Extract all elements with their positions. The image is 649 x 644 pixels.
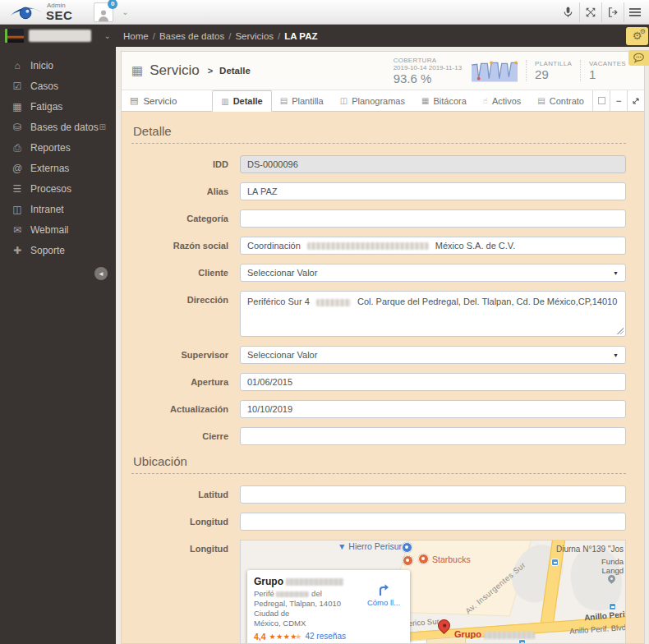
sidebar-item-fatigas[interactable]: ▦ Fatigas: [0, 96, 116, 117]
actualizacion-label: Actualización: [131, 404, 228, 414]
envelope-icon: ✉: [10, 224, 25, 236]
transit-station-icon[interactable]: [551, 559, 559, 566]
sidebar-item-externas[interactable]: @ Externas: [0, 158, 116, 178]
panel-list-icon: ▤: [130, 95, 138, 106]
tab-plantilla[interactable]: ▤ Plantilla: [272, 90, 332, 111]
google-map[interactable]: ▼ Hierro Perisur Starbucks Av. Insurgent…: [240, 540, 626, 643]
sidebar-user[interactable]: ⌄: [0, 25, 116, 47]
sidebar-item-inicio[interactable]: ⌂ Inicio: [0, 55, 116, 76]
vacantes-label: VACANTES: [589, 60, 626, 67]
panel-minimize-button[interactable]: −: [610, 90, 627, 111]
tab-bitacora[interactable]: ▦ Bitácora: [413, 90, 475, 111]
map-label-starbucks: Starbucks: [432, 554, 471, 564]
latitud-label: Latitud: [131, 490, 228, 499]
transit-station-icon[interactable]: [518, 639, 526, 643]
resize-grip[interactable]: [617, 328, 624, 334]
plantilla-label: PLANTILLA: [535, 60, 572, 67]
redacted-text: [276, 591, 309, 597]
map-marker-triangle-icon: ▼: [338, 541, 346, 551]
breadcrumb-home[interactable]: Home: [123, 31, 149, 41]
database-icon: ⛁: [10, 122, 25, 133]
sidebar-item-procesos[interactable]: ☰ Procesos: [0, 178, 116, 199]
cierre-field[interactable]: [240, 427, 626, 445]
mapa-label: Longitud: [131, 544, 228, 554]
empty-square-icon: [598, 97, 605, 104]
settings-button[interactable]: ⚙ ⚙: [626, 27, 648, 45]
map-directions-button[interactable]: Cómo ll...: [366, 582, 402, 607]
columns-icon: ◫: [10, 204, 25, 215]
direccion-textarea[interactable]: Periférico Sur 4 Col. Parque del Pedrega…: [240, 291, 626, 337]
fullscreen-button[interactable]: [579, 2, 601, 22]
categoria-field[interactable]: [240, 209, 626, 228]
list-icon: ☰: [10, 183, 25, 195]
user-menu-caret-icon[interactable]: ⌄: [122, 7, 128, 16]
panel-expand-button[interactable]: [627, 90, 644, 111]
cliente-select[interactable]: Seleccionar Valor ▼: [240, 264, 626, 282]
sidebar-item-label: Bases de datos: [30, 122, 99, 133]
sign-out-button[interactable]: [601, 2, 624, 22]
star-rating-icon: ★★★★★: [269, 632, 302, 641]
at-icon: @: [10, 163, 25, 174]
breadcrumb-bases-de-datos[interactable]: Bases de datos: [159, 31, 224, 41]
sidebar-item-label: Reportes: [30, 142, 71, 154]
tab-label: Activos: [492, 96, 521, 106]
tab-label: Plantilla: [292, 96, 324, 106]
tab-contrato[interactable]: ▤ Contrato: [529, 90, 592, 111]
sidebar-item-reportes[interactable]: ⎙ Reportes: [0, 137, 116, 158]
app-logo[interactable]: Admin SEC: [3, 2, 79, 21]
map-label-diurna: Diurna N°139 "Jos: [556, 545, 624, 554]
menu-button[interactable]: [624, 2, 646, 22]
redacted-text: [307, 242, 429, 250]
poi-marker-blue[interactable]: [402, 542, 412, 553]
breadcrumb-servicios[interactable]: Servicios: [235, 31, 274, 41]
select-caret-icon: ▼: [613, 270, 619, 276]
sidebar-item-soporte[interactable]: ✚ Soporte: [0, 240, 116, 260]
print-icon: ⎙: [10, 142, 25, 154]
breadcrumb-separator: /: [153, 31, 155, 41]
panel-checkbox-button[interactable]: [592, 90, 610, 111]
logo-text-big: SEC: [46, 9, 72, 21]
longitud-label: Longitud: [131, 517, 228, 527]
redacted-text: [286, 578, 343, 586]
directions-icon: [376, 582, 391, 596]
razon-social-suffix: México S.A. de C.V.: [435, 241, 515, 251]
map-directions-label: Cómo ll...: [366, 598, 402, 607]
notifications-avatar-button[interactable]: 0: [94, 2, 113, 22]
tab-activos[interactable]: ☝ Activos: [475, 90, 530, 111]
actualizacion-field[interactable]: [240, 400, 626, 418]
idd-field[interactable]: [240, 155, 626, 173]
poi-marker-starbucks[interactable]: [418, 554, 429, 564]
map-info-card: Grupo Perifé del Pedregal, Tlalpan, 1401…: [247, 570, 410, 643]
supervisor-label: Supervisor: [131, 350, 228, 360]
map-card-reviews-link[interactable]: 42 reseñas: [305, 632, 345, 641]
sidebar-item-webmail[interactable]: ✉ Webmail: [0, 219, 116, 240]
check-square-icon: ☑: [10, 80, 25, 92]
supervisor-select[interactable]: Seleccionar Valor ▼: [240, 346, 626, 364]
transit-station-icon[interactable]: [609, 603, 616, 610]
longitud-field[interactable]: [240, 513, 626, 531]
tab-detalle[interactable]: ▥ Detalle: [212, 90, 272, 112]
grid-plus-icon: ⊞: [99, 122, 106, 131]
alias-field[interactable]: [240, 182, 626, 200]
sidebar-item-label: Intranet: [30, 204, 64, 215]
sidebar-item-intranet[interactable]: ◫ Intranet: [0, 199, 116, 219]
sidebar-item-bases-de-datos[interactable]: ⛁ Bases de datos ⊞: [0, 117, 116, 137]
tab-planogramas[interactable]: ◫ Planogramas: [332, 90, 413, 111]
speech-bubble-icon: [633, 53, 645, 63]
sidebar-collapse-button[interactable]: ◄: [94, 267, 108, 280]
razon-social-field[interactable]: Coordinación México S.A. de C.V.: [240, 237, 626, 255]
cobertura-range: 2019-10-14 2019-11-13: [394, 64, 462, 71]
poi-marker-orange[interactable]: [403, 555, 413, 566]
chat-bubble-button[interactable]: [628, 50, 649, 66]
apertura-field[interactable]: [240, 373, 626, 391]
file-icon: ▤: [280, 96, 288, 105]
expand-arrows-icon: [585, 7, 596, 18]
map-card-address: Perifé del Pedregal, Tlalpan, 14010 Ciud…: [254, 589, 359, 628]
hand-pointer-icon: ☝: [483, 96, 488, 105]
tab-label: Bitácora: [433, 96, 466, 106]
panel-title: ▤ Servicio: [130, 90, 177, 111]
microphone-button[interactable]: [557, 2, 579, 22]
sidebar-item-casos[interactable]: ☑ Casos: [0, 76, 116, 96]
stat-vacantes: VACANTES 1: [580, 60, 634, 81]
latitud-field[interactable]: [240, 485, 626, 504]
